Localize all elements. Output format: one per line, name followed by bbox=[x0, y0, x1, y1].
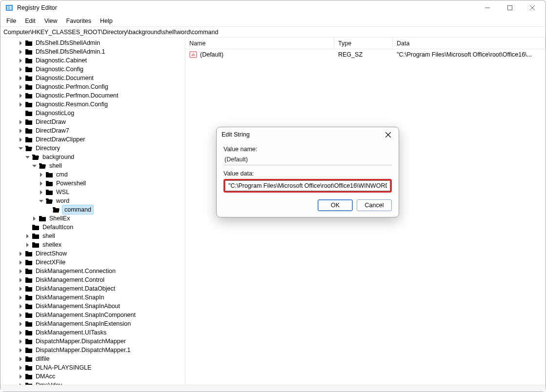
menu-view[interactable]: View bbox=[40, 16, 61, 26]
tree-item[interactable]: DirectDraw7 bbox=[0, 126, 185, 135]
expand-icon[interactable] bbox=[17, 276, 24, 283]
tree-item[interactable]: DirectShow bbox=[0, 249, 185, 258]
tree-item[interactable]: DirectDrawClipper bbox=[0, 135, 185, 144]
tree-item[interactable]: DefaultIcon bbox=[0, 223, 185, 232]
expand-icon[interactable] bbox=[17, 382, 24, 385]
tree-item[interactable]: command bbox=[0, 205, 185, 214]
tree-item[interactable]: Diagnostic.Config bbox=[0, 65, 185, 74]
expand-icon[interactable] bbox=[17, 355, 24, 362]
tree-item[interactable]: Diagnostic.Resmon.Config bbox=[0, 100, 185, 109]
expand-icon[interactable] bbox=[17, 92, 24, 99]
tree-item[interactable]: ShellEx bbox=[0, 214, 185, 223]
expand-icon[interactable] bbox=[17, 57, 24, 64]
expand-icon[interactable] bbox=[17, 48, 24, 55]
expand-icon[interactable] bbox=[38, 189, 44, 196]
col-data[interactable]: Data bbox=[393, 38, 546, 49]
tree-item[interactable]: word bbox=[0, 196, 185, 205]
expand-icon[interactable] bbox=[24, 233, 31, 239]
expand-icon[interactable] bbox=[17, 294, 24, 301]
expand-icon[interactable] bbox=[17, 329, 24, 336]
expand-icon[interactable] bbox=[17, 127, 24, 134]
tree-item[interactable]: shell bbox=[0, 232, 185, 240]
expand-icon[interactable] bbox=[17, 83, 24, 90]
expand-icon[interactable] bbox=[17, 75, 24, 81]
expand-icon[interactable] bbox=[17, 118, 24, 125]
menu-favorites[interactable]: Favorites bbox=[62, 16, 95, 26]
tree-item[interactable]: DiskManagement.Control bbox=[0, 275, 185, 284]
tree-item[interactable]: DmsVdev bbox=[0, 381, 185, 385]
tree-item[interactable]: shellex bbox=[0, 240, 185, 249]
tree-item-label: DLNA-PLAYSINGLE bbox=[35, 363, 92, 372]
tree-item[interactable]: DiskManagement.SnapInExtension bbox=[0, 319, 185, 328]
expand-icon[interactable] bbox=[17, 136, 24, 143]
tree-item[interactable]: Powershell bbox=[0, 179, 185, 188]
tree-item[interactable]: WSL bbox=[0, 188, 185, 196]
cancel-button[interactable]: Cancel bbox=[357, 199, 392, 211]
collapse-icon[interactable] bbox=[24, 154, 31, 160]
tree-item[interactable]: Diagnostic.Perfmon.Config bbox=[0, 82, 185, 91]
tree-item[interactable]: DiskManagement.Connection bbox=[0, 267, 185, 275]
tree-item[interactable]: dllfile bbox=[0, 354, 185, 363]
expand-icon[interactable] bbox=[17, 338, 24, 345]
tree-item[interactable]: Directory bbox=[0, 144, 185, 153]
tree-item[interactable]: DiskManagement.UITasks bbox=[0, 328, 185, 337]
tree-item[interactable]: DMAcc bbox=[0, 372, 185, 381]
maximize-button[interactable] bbox=[499, 0, 521, 15]
dialog-close-button[interactable] bbox=[382, 129, 394, 140]
value-name-field[interactable]: (Default) bbox=[223, 155, 392, 165]
tree-item[interactable]: Diagnostic.Cabinet bbox=[0, 56, 185, 65]
tree-item[interactable]: DispatchMapper.DispatchMapper.1 bbox=[0, 346, 185, 354]
expand-icon[interactable] bbox=[17, 250, 24, 257]
tree-item[interactable]: DiskManagement.DataObject bbox=[0, 284, 185, 293]
tree-item[interactable]: DiskManagement.SnapInAbout bbox=[0, 302, 185, 311]
tree-item[interactable]: DfsShell.DfsShellAdmin bbox=[0, 39, 185, 47]
close-button[interactable] bbox=[521, 0, 544, 15]
expand-icon[interactable] bbox=[17, 373, 24, 380]
expand-icon[interactable] bbox=[38, 171, 44, 178]
tree-item[interactable]: cmd bbox=[0, 170, 185, 179]
tree-pane[interactable]: DfsShell.DfsShellAdminDfsShell.DfsShellA… bbox=[0, 38, 185, 385]
value-row[interactable]: ab(Default)REG_SZ"C:\Program Files\Micro… bbox=[185, 49, 546, 60]
expand-icon[interactable] bbox=[17, 320, 24, 327]
expand-icon[interactable] bbox=[24, 241, 31, 248]
tree-item[interactable]: background bbox=[0, 153, 185, 161]
expand-icon[interactable] bbox=[17, 259, 24, 266]
expand-icon[interactable] bbox=[17, 303, 24, 310]
tree-item[interactable]: Diagnostic.Perfmon.Document bbox=[0, 91, 185, 100]
expand-icon[interactable] bbox=[17, 268, 24, 274]
tree-item[interactable]: DiagnosticLog bbox=[0, 109, 185, 118]
expand-icon[interactable] bbox=[17, 312, 24, 318]
folder-icon bbox=[25, 364, 33, 372]
splitter[interactable] bbox=[183, 201, 185, 221]
tree-item[interactable]: Diagnostic.Document bbox=[0, 74, 185, 82]
tree-item[interactable]: DirectDraw bbox=[0, 118, 185, 126]
expand-icon[interactable] bbox=[17, 347, 24, 353]
value-data-input[interactable] bbox=[225, 180, 390, 191]
tree-item[interactable]: DiskManagement.SnapInComponent bbox=[0, 311, 185, 319]
expand-icon[interactable] bbox=[17, 101, 24, 108]
menu-help[interactable]: Help bbox=[96, 16, 117, 26]
ok-button[interactable]: OK bbox=[318, 199, 353, 211]
col-name[interactable]: Name bbox=[185, 38, 334, 49]
collapse-icon[interactable] bbox=[38, 197, 44, 204]
expand-icon[interactable] bbox=[31, 215, 38, 222]
expand-icon[interactable] bbox=[17, 39, 24, 46]
address-bar[interactable]: Computer\HKEY_CLASSES_ROOT\Directory\bac… bbox=[0, 27, 546, 38]
minimize-button[interactable] bbox=[476, 0, 499, 15]
tree-item[interactable]: DLNA-PLAYSINGLE bbox=[0, 363, 185, 372]
menu-edit[interactable]: Edit bbox=[21, 16, 40, 26]
tree-item[interactable]: DiskManagement.SnapIn bbox=[0, 293, 185, 302]
tree-item-label: DirectDrawClipper bbox=[35, 135, 86, 144]
expand-icon[interactable] bbox=[17, 364, 24, 371]
collapse-icon[interactable] bbox=[17, 145, 24, 152]
tree-item[interactable]: DirectXFile bbox=[0, 258, 185, 267]
col-type[interactable]: Type bbox=[334, 38, 393, 49]
tree-item[interactable]: DfsShell.DfsShellAdmin.1 bbox=[0, 47, 185, 56]
expand-icon[interactable] bbox=[17, 66, 24, 73]
tree-item[interactable]: shell bbox=[0, 161, 185, 170]
expand-icon[interactable] bbox=[17, 285, 24, 292]
menu-file[interactable]: File bbox=[2, 16, 20, 26]
expand-icon[interactable] bbox=[38, 180, 44, 187]
tree-item[interactable]: DispatchMapper.DispatchMapper bbox=[0, 337, 185, 346]
collapse-icon[interactable] bbox=[31, 162, 38, 169]
